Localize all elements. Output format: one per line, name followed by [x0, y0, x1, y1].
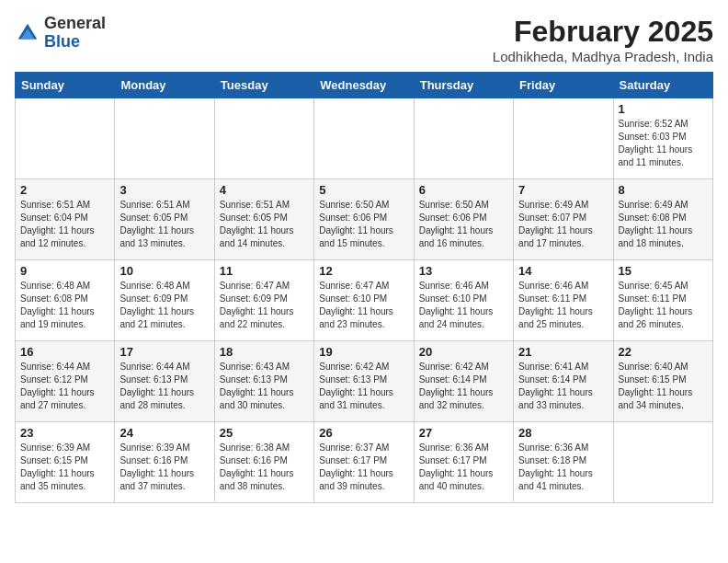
day-info: Sunrise: 6:42 AMSunset: 6:14 PMDaylight:…	[419, 361, 508, 412]
day-number: 5	[319, 183, 408, 197]
logo-general-text: General	[44, 14, 106, 32]
calendar-cell: 8Sunrise: 6:49 AMSunset: 6:08 PMDaylight…	[613, 179, 712, 260]
day-info: Sunrise: 6:39 AMSunset: 6:16 PMDaylight:…	[119, 442, 209, 493]
day-number: 28	[518, 426, 608, 440]
calendar-cell: 24Sunrise: 6:39 AMSunset: 6:16 PMDayligh…	[115, 422, 214, 503]
day-info: Sunrise: 6:45 AMSunset: 6:11 PMDaylight:…	[619, 280, 708, 331]
day-number: 26	[319, 426, 408, 440]
calendar-cell	[115, 98, 214, 179]
day-info: Sunrise: 6:43 AMSunset: 6:13 PMDaylight:…	[220, 361, 309, 412]
calendar-cell	[314, 98, 414, 179]
day-info: Sunrise: 6:36 AMSunset: 6:17 PMDaylight:…	[419, 442, 508, 493]
calendar-cell: 7Sunrise: 6:49 AMSunset: 6:07 PMDaylight…	[514, 179, 613, 260]
calendar-week-5: 23Sunrise: 6:39 AMSunset: 6:15 PMDayligh…	[16, 422, 713, 503]
day-number: 1	[619, 102, 708, 116]
day-number: 13	[419, 264, 508, 278]
page-header: General Blue February 2025 Lodhikheda, M…	[15, 15, 713, 64]
day-number: 9	[20, 264, 109, 278]
day-number: 4	[220, 183, 309, 197]
day-header-saturday: Saturday	[613, 73, 712, 98]
day-header-thursday: Thursday	[414, 73, 513, 98]
day-number: 8	[619, 183, 708, 197]
day-number: 18	[220, 345, 309, 359]
calendar-cell: 3Sunrise: 6:51 AMSunset: 6:05 PMDaylight…	[115, 179, 214, 260]
day-header-tuesday: Tuesday	[214, 73, 313, 98]
day-number: 22	[619, 345, 708, 359]
day-number: 14	[518, 264, 608, 278]
day-number: 27	[419, 426, 508, 440]
day-info: Sunrise: 6:40 AMSunset: 6:15 PMDaylight:…	[619, 361, 708, 412]
calendar-cell: 16Sunrise: 6:44 AMSunset: 6:12 PMDayligh…	[16, 341, 115, 422]
location: Lodhikheda, Madhya Pradesh, India	[493, 49, 713, 64]
calendar-cell: 19Sunrise: 6:42 AMSunset: 6:13 PMDayligh…	[314, 341, 414, 422]
calendar-cell: 15Sunrise: 6:45 AMSunset: 6:11 PMDayligh…	[613, 260, 712, 341]
calendar-cell: 12Sunrise: 6:47 AMSunset: 6:10 PMDayligh…	[314, 260, 414, 341]
day-info: Sunrise: 6:51 AMSunset: 6:05 PMDaylight:…	[220, 199, 309, 250]
day-info: Sunrise: 6:48 AMSunset: 6:09 PMDaylight:…	[119, 280, 209, 331]
day-number: 6	[419, 183, 508, 197]
calendar-cell: 22Sunrise: 6:40 AMSunset: 6:15 PMDayligh…	[613, 341, 712, 422]
day-info: Sunrise: 6:44 AMSunset: 6:12 PMDaylight:…	[20, 361, 109, 412]
calendar-cell: 25Sunrise: 6:38 AMSunset: 6:16 PMDayligh…	[214, 422, 313, 503]
day-info: Sunrise: 6:50 AMSunset: 6:06 PMDaylight:…	[419, 199, 508, 250]
day-info: Sunrise: 6:36 AMSunset: 6:18 PMDaylight:…	[518, 442, 608, 493]
day-number: 21	[518, 345, 608, 359]
day-info: Sunrise: 6:51 AMSunset: 6:05 PMDaylight:…	[119, 199, 209, 250]
calendar-cell: 10Sunrise: 6:48 AMSunset: 6:09 PMDayligh…	[115, 260, 214, 341]
calendar-cell: 9Sunrise: 6:48 AMSunset: 6:08 PMDaylight…	[16, 260, 115, 341]
calendar-cell: 6Sunrise: 6:50 AMSunset: 6:06 PMDaylight…	[414, 179, 513, 260]
day-number: 20	[419, 345, 508, 359]
day-info: Sunrise: 6:49 AMSunset: 6:08 PMDaylight:…	[619, 199, 708, 250]
calendar-cell: 21Sunrise: 6:41 AMSunset: 6:14 PMDayligh…	[514, 341, 613, 422]
calendar-cell: 23Sunrise: 6:39 AMSunset: 6:15 PMDayligh…	[16, 422, 115, 503]
logo: General Blue	[15, 15, 106, 52]
calendar-cell: 1Sunrise: 6:52 AMSunset: 6:03 PMDaylight…	[613, 98, 712, 179]
day-info: Sunrise: 6:50 AMSunset: 6:06 PMDaylight:…	[319, 199, 408, 250]
day-info: Sunrise: 6:46 AMSunset: 6:11 PMDaylight:…	[518, 280, 608, 331]
calendar-table: SundayMondayTuesdayWednesdayThursdayFrid…	[15, 72, 713, 503]
calendar-cell: 14Sunrise: 6:46 AMSunset: 6:11 PMDayligh…	[514, 260, 613, 341]
day-info: Sunrise: 6:46 AMSunset: 6:10 PMDaylight:…	[419, 280, 508, 331]
day-number: 3	[119, 183, 209, 197]
calendar-header-row: SundayMondayTuesdayWednesdayThursdayFrid…	[16, 73, 713, 98]
calendar-cell	[214, 98, 313, 179]
day-number: 23	[20, 426, 109, 440]
title-block: February 2025 Lodhikheda, Madhya Pradesh…	[493, 15, 713, 64]
day-number: 16	[20, 345, 109, 359]
day-info: Sunrise: 6:51 AMSunset: 6:04 PMDaylight:…	[20, 199, 109, 250]
calendar-week-1: 1Sunrise: 6:52 AMSunset: 6:03 PMDaylight…	[16, 98, 713, 179]
day-info: Sunrise: 6:47 AMSunset: 6:10 PMDaylight:…	[319, 280, 408, 331]
day-header-friday: Friday	[514, 73, 613, 98]
logo-blue-text: Blue	[44, 32, 80, 51]
calendar-cell: 27Sunrise: 6:36 AMSunset: 6:17 PMDayligh…	[414, 422, 513, 503]
calendar-cell: 5Sunrise: 6:50 AMSunset: 6:06 PMDaylight…	[314, 179, 414, 260]
day-number: 10	[119, 264, 209, 278]
calendar-cell: 4Sunrise: 6:51 AMSunset: 6:05 PMDaylight…	[214, 179, 313, 260]
day-number: 7	[518, 183, 608, 197]
day-info: Sunrise: 6:48 AMSunset: 6:08 PMDaylight:…	[20, 280, 109, 331]
day-info: Sunrise: 6:44 AMSunset: 6:13 PMDaylight:…	[119, 361, 209, 412]
calendar-cell: 28Sunrise: 6:36 AMSunset: 6:18 PMDayligh…	[514, 422, 613, 503]
calendar-cell	[514, 98, 613, 179]
day-number: 17	[119, 345, 209, 359]
logo-icon	[15, 20, 40, 46]
calendar-week-4: 16Sunrise: 6:44 AMSunset: 6:12 PMDayligh…	[16, 341, 713, 422]
calendar-week-3: 9Sunrise: 6:48 AMSunset: 6:08 PMDaylight…	[16, 260, 713, 341]
day-number: 11	[220, 264, 309, 278]
calendar-cell: 20Sunrise: 6:42 AMSunset: 6:14 PMDayligh…	[414, 341, 513, 422]
calendar-cell	[613, 422, 712, 503]
day-info: Sunrise: 6:49 AMSunset: 6:07 PMDaylight:…	[518, 199, 608, 250]
day-header-wednesday: Wednesday	[314, 73, 414, 98]
day-info: Sunrise: 6:41 AMSunset: 6:14 PMDaylight:…	[518, 361, 608, 412]
calendar-cell: 2Sunrise: 6:51 AMSunset: 6:04 PMDaylight…	[16, 179, 115, 260]
day-info: Sunrise: 6:42 AMSunset: 6:13 PMDaylight:…	[319, 361, 408, 412]
day-number: 19	[319, 345, 408, 359]
day-number: 12	[319, 264, 408, 278]
day-info: Sunrise: 6:38 AMSunset: 6:16 PMDaylight:…	[220, 442, 309, 493]
day-number: 2	[20, 183, 109, 197]
calendar-cell: 11Sunrise: 6:47 AMSunset: 6:09 PMDayligh…	[214, 260, 313, 341]
day-number: 15	[619, 264, 708, 278]
calendar-week-2: 2Sunrise: 6:51 AMSunset: 6:04 PMDaylight…	[16, 179, 713, 260]
calendar-cell: 13Sunrise: 6:46 AMSunset: 6:10 PMDayligh…	[414, 260, 513, 341]
day-number: 25	[220, 426, 309, 440]
